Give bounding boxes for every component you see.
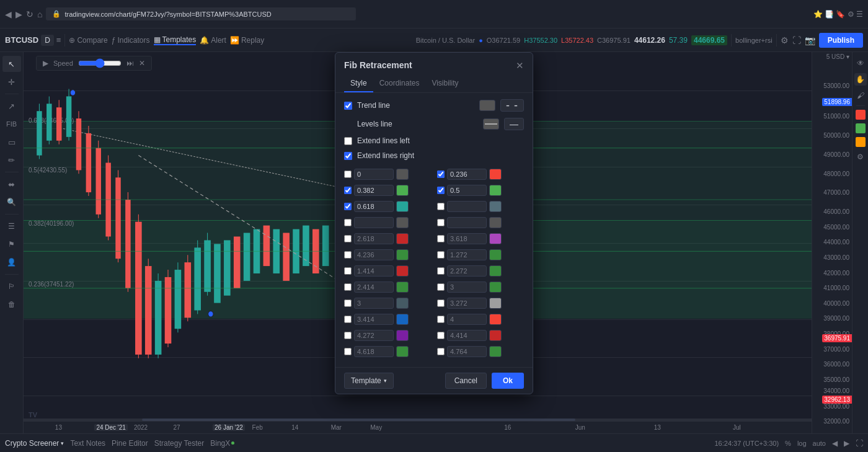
trend-line-style-btn[interactable]: - - bbox=[500, 99, 524, 112]
prev-nav-btn[interactable]: ◀ bbox=[832, 439, 838, 448]
lvl-r7-color[interactable] bbox=[489, 281, 502, 293]
lvl-r0-color[interactable] bbox=[489, 169, 502, 180]
lvl-l0-cb[interactable] bbox=[344, 171, 352, 178]
lvl-r5-cb[interactable] bbox=[437, 251, 445, 259]
lvl-r2-input[interactable] bbox=[447, 201, 487, 212]
fib-dialog[interactable]: Fib Retracement ✕ Style Coordinates Visi… bbox=[335, 52, 533, 394]
levels-line-color[interactable] bbox=[483, 118, 499, 130]
extend-left-checkbox[interactable] bbox=[344, 137, 352, 145]
back-btn[interactable]: ◀ bbox=[5, 9, 12, 19]
lvl-l8-color[interactable] bbox=[396, 298, 409, 309]
url-bar[interactable]: 🔒 tradingview.com/chart/gFM72Jvy/?symbol… bbox=[46, 7, 356, 20]
alert-tool[interactable]: ⚑ bbox=[2, 236, 21, 252]
lvl-l10-cb[interactable] bbox=[344, 332, 352, 339]
right-settings-btn[interactable]: ⚙ bbox=[854, 151, 867, 163]
lvl-r11-color[interactable] bbox=[489, 346, 502, 357]
lvl-r6-input[interactable] bbox=[447, 265, 487, 277]
trend-line-color[interactable] bbox=[479, 100, 495, 111]
lvl-l1-input[interactable] bbox=[354, 185, 394, 196]
lvl-r6-cb[interactable] bbox=[437, 267, 445, 275]
extend-right-checkbox[interactable] bbox=[344, 152, 352, 160]
flag-tool[interactable]: 🏳 bbox=[2, 278, 21, 295]
lvl-r1-input[interactable] bbox=[447, 185, 487, 196]
alert-btn[interactable]: 🔔 Alert bbox=[200, 36, 226, 45]
home-btn[interactable]: ⌂ bbox=[37, 9, 42, 19]
lvl-r2-color[interactable] bbox=[489, 201, 502, 212]
lvl-r9-color[interactable] bbox=[489, 314, 502, 325]
lvl-r8-color[interactable] bbox=[489, 298, 502, 309]
lvl-l9-color[interactable] bbox=[396, 314, 409, 325]
bar-type-btn[interactable]: ≡ bbox=[56, 35, 61, 45]
lvl-l3-input[interactable] bbox=[354, 217, 394, 228]
lvl-l11-cb[interactable] bbox=[344, 348, 352, 355]
lvl-l3-color[interactable] bbox=[396, 217, 409, 228]
price-usd-label[interactable]: 5 USD ▾ bbox=[826, 53, 849, 60]
indicators-btn[interactable]: ƒ Indicators bbox=[112, 36, 150, 45]
color-red[interactable] bbox=[856, 110, 866, 120]
lvl-r0-input[interactable] bbox=[447, 169, 487, 180]
lvl-r0-cb[interactable] bbox=[437, 171, 445, 178]
refresh-btn[interactable]: ↻ bbox=[26, 9, 33, 19]
lvl-r8-input[interactable] bbox=[447, 298, 487, 309]
auto-btn[interactable]: auto bbox=[813, 440, 826, 447]
tab-coordinates[interactable]: Coordinates bbox=[373, 75, 426, 92]
publish-btn[interactable]: Publish bbox=[819, 33, 863, 48]
lvl-l9-cb[interactable] bbox=[344, 316, 352, 323]
ok-btn[interactable]: Ok bbox=[492, 373, 524, 389]
lvl-l5-input[interactable] bbox=[354, 249, 394, 260]
lvl-l7-cb[interactable] bbox=[344, 283, 352, 291]
shapes-tool[interactable]: ▭ bbox=[2, 134, 21, 150]
tab-visibility[interactable]: Visibility bbox=[425, 75, 464, 92]
crosshair-tool[interactable]: ✛ bbox=[2, 74, 21, 90]
lvl-l4-cb[interactable] bbox=[344, 235, 352, 242]
h-scrollbar-thumb[interactable] bbox=[142, 419, 575, 421]
lvl-l9-input[interactable] bbox=[354, 314, 394, 325]
snapshot-btn[interactable]: 📷 bbox=[805, 35, 815, 45]
replay-play-btn[interactable]: ▶ bbox=[43, 59, 48, 68]
fib-tool[interactable]: FIB bbox=[2, 116, 21, 132]
lvl-l1-cb[interactable] bbox=[344, 187, 352, 194]
lvl-l11-input[interactable] bbox=[354, 346, 394, 357]
replay-skip-btn[interactable]: ⏭ bbox=[126, 59, 134, 68]
lvl-l0-color[interactable] bbox=[396, 169, 409, 180]
brush-right-btn[interactable]: 🖌 bbox=[854, 89, 867, 102]
levels-line-style-btn[interactable]: — bbox=[504, 118, 524, 130]
lvl-l8-input[interactable] bbox=[354, 298, 394, 309]
lvl-l3-cb[interactable] bbox=[344, 219, 352, 226]
h-scrollbar[interactable] bbox=[24, 419, 812, 421]
settings-icon-btn[interactable]: ⚙ bbox=[781, 35, 789, 45]
lvl-l6-cb[interactable] bbox=[344, 267, 352, 275]
hand-btn[interactable]: ✋ bbox=[854, 73, 867, 86]
cancel-btn[interactable]: Cancel bbox=[445, 373, 487, 389]
trend-tool[interactable]: ↗ bbox=[2, 98, 21, 114]
cursor-tool[interactable]: ↖ bbox=[2, 56, 21, 72]
lvl-r9-input[interactable] bbox=[447, 314, 487, 325]
lvl-l11-color[interactable] bbox=[396, 346, 409, 357]
lvl-l6-input[interactable] bbox=[354, 265, 394, 277]
lvl-r3-color[interactable] bbox=[489, 217, 502, 228]
strategy-tester-tab[interactable]: Strategy Tester bbox=[154, 439, 204, 448]
lvl-r8-cb[interactable] bbox=[437, 299, 445, 307]
lvl-r4-cb[interactable] bbox=[437, 235, 445, 242]
forward-btn[interactable]: ▶ bbox=[16, 9, 22, 19]
measure-tool[interactable]: ⬌ bbox=[2, 176, 21, 192]
compare-btn[interactable]: ⊕ Compare bbox=[69, 36, 107, 45]
lvl-l5-color[interactable] bbox=[396, 249, 409, 260]
lvl-r3-input[interactable] bbox=[447, 217, 487, 228]
lvl-r11-cb[interactable] bbox=[437, 348, 445, 355]
lvl-r7-input[interactable] bbox=[447, 281, 487, 293]
lvl-l4-input[interactable] bbox=[354, 233, 394, 244]
speed-slider[interactable] bbox=[78, 58, 122, 68]
lvl-r3-cb[interactable] bbox=[437, 219, 445, 226]
percent-btn[interactable]: % bbox=[785, 440, 791, 447]
lvl-l10-color[interactable] bbox=[396, 330, 409, 341]
replay-btn[interactable]: ⏩ Replay bbox=[230, 36, 264, 45]
lvl-r4-input[interactable] bbox=[447, 233, 487, 244]
color-green[interactable] bbox=[856, 123, 866, 133]
lvl-l2-cb[interactable] bbox=[344, 203, 352, 210]
dialog-close-btn[interactable]: ✕ bbox=[516, 61, 524, 70]
lvl-l0-input[interactable] bbox=[354, 169, 394, 180]
interval-btn[interactable]: D bbox=[41, 35, 54, 46]
lvl-l7-input[interactable] bbox=[354, 281, 394, 293]
trend-line-checkbox[interactable] bbox=[344, 102, 352, 110]
